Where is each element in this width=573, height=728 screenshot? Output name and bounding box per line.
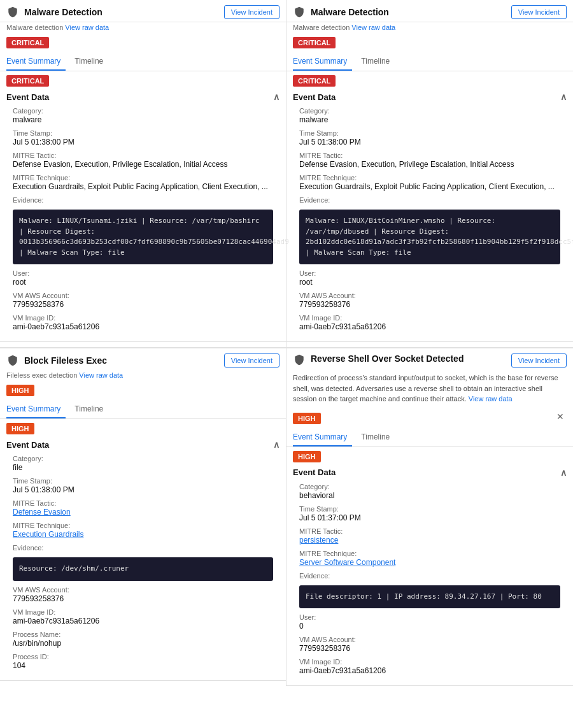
right-panel1-title-row: Malware Detection (293, 6, 389, 18)
left-p2-timestamp: Time Stamp: Jul 5 01:38:00 PM (6, 475, 279, 497)
right-p2-mitre-technique: MITRE Technique: Server Software Compone… (293, 547, 567, 569)
left-panel1-event-data-header: Event Data ∧ (0, 87, 286, 104)
left-panel2-event-data-header: Event Data ∧ (0, 434, 286, 452)
left-panel2-event-data: Category: file Time Stamp: Jul 5 01:38:0… (0, 452, 286, 673)
left-p1-user: User: root (6, 267, 279, 289)
left-panel2-section-badge: HIGH (6, 423, 34, 434)
left-panel1-tabs: Event Summary Timeline (0, 50, 286, 71)
right-p1-mitre-tactic: MITRE Tactic: Defense Evasion, Execution… (293, 149, 567, 171)
right-panel2-description: Redirection of process's standard input/… (286, 370, 573, 407)
left-panel1-severity-badge: CRITICAL (6, 37, 49, 48)
right-p2-vm-image: VM Image ID: ami-0aeb7c931a5a61206 (293, 655, 567, 678)
left-p1-mitre-technique: MITRE Technique: Execution Guardrails, E… (6, 171, 279, 194)
right-p2-category: Category: behavioral (293, 480, 567, 503)
left-p2-evidence-box: Resource: /dev/shm/.cruner (13, 557, 273, 581)
left-panel2-title-row: Block Fileless Exec (6, 354, 107, 367)
left-panel1-event-data-label: Event Data (6, 92, 49, 102)
left-panel2-event-data-label: Event Data (6, 440, 49, 450)
right-p2-user: User: 0 (293, 611, 567, 633)
shield-icon-right1 (293, 6, 306, 18)
left-panel1-title: Malware Detection (24, 7, 103, 17)
left-panel2-severity-badge: HIGH (6, 385, 34, 396)
left-panel2-view-raw[interactable]: View raw data (79, 371, 123, 379)
left-p2-category: Category: file (6, 452, 279, 475)
right-panel1-event-data-header: Event Data ∧ (286, 87, 573, 104)
left-panel1-view-incident-btn[interactable]: View Incident (224, 5, 279, 19)
right-panel2-severity-badge: HIGH (293, 413, 321, 424)
right-panel2-section-badge: HIGH (293, 451, 321, 462)
left-p1-timestamp: Time Stamp: Jul 5 01:38:00 PM (6, 127, 279, 149)
left-fileless-panel: Block Fileless Exec View Incident Filele… (0, 347, 286, 681)
left-panel1-subtitle: Malware detection View raw data (0, 22, 286, 31)
left-p1-vm-image: VM Image ID: ami-0aeb7c931a5a61206 (6, 311, 279, 334)
right-panel1-event-data: Category: malware Time Stamp: Jul 5 01:3… (286, 104, 573, 334)
left-panel2-tab-timeline[interactable]: Timeline (74, 402, 108, 418)
right-p2-vm-aws: VM AWS Account: 779593258376 (293, 633, 567, 655)
right-p1-vm-image: VM Image ID: ami-0aeb7c931a5a61206 (293, 311, 567, 334)
shield-icon-2 (6, 354, 19, 367)
right-panel2-event-data: Category: behavioral Time Stamp: Jul 5 0… (286, 480, 573, 678)
right-panel2-header: Reverse Shell Over Socket Detected View … (286, 347, 573, 370)
right-p1-vm-aws: VM AWS Account: 779593258376 (293, 289, 567, 311)
right-panel1-tab-timeline[interactable]: Timeline (361, 54, 395, 71)
left-malware-panel: Malware Detection View Incident Malware … (0, 0, 286, 342)
right-panel1-view-raw[interactable]: View raw data (351, 24, 395, 31)
left-p2-vm-image: VM Image ID: ami-0aeb7c931a5a61206 (6, 606, 279, 628)
shield-icon-right2 (293, 353, 306, 366)
right-panel2-tabs: Event Summary Timeline (286, 426, 573, 447)
right-panel1-title: Malware Detection (311, 7, 389, 17)
left-p1-evidence-label: Evidence: (6, 194, 279, 207)
right-panel2-title: Reverse Shell Over Socket Detected (311, 353, 463, 364)
left-panel2-title: Block Fileless Exec (24, 355, 107, 366)
left-p2-mitre-technique: MITRE Technique: Execution Guardrails (6, 519, 279, 541)
left-p1-mitre-tactic: MITRE Tactic: Defense Evasion, Execution… (6, 149, 279, 171)
right-panel1-severity-bar: CRITICAL (286, 35, 573, 50)
right-panel2-collapse-icon[interactable]: ∧ (560, 467, 567, 478)
left-p2-vm-aws: VM AWS Account: 779593258376 (6, 583, 279, 606)
right-p1-evidence-box: Malware: LINUX/BitCoinMiner.wmsho | Reso… (299, 210, 560, 264)
right-panel1-view-incident-btn[interactable]: View Incident (511, 5, 567, 19)
left-panel1-section-badge: CRITICAL (6, 75, 49, 87)
right-reverse-shell-panel: Reverse Shell Over Socket Detected View … (286, 347, 573, 686)
left-p1-vm-aws: VM AWS Account: 779593258376 (6, 289, 279, 311)
shield-icon (6, 6, 19, 18)
left-p2-mitre-tactic: MITRE Tactic: Defense Evasion (6, 497, 279, 519)
right-panel2-view-incident-btn[interactable]: View Incident (511, 353, 567, 368)
right-p1-timestamp: Time Stamp: Jul 5 01:38:00 PM (293, 127, 567, 149)
right-panel2-tab-event-summary[interactable]: Event Summary (293, 430, 352, 446)
left-panel1-tab-event-summary[interactable]: Event Summary (6, 54, 66, 71)
left-panel2-collapse-icon[interactable]: ∧ (273, 439, 279, 450)
right-panel2-view-raw[interactable]: View raw data (469, 395, 513, 403)
right-panel2-event-data-header: Event Data ∧ (286, 462, 573, 480)
right-p2-mitre-tactic: MITRE Tactic: persistence (293, 525, 567, 547)
left-panel1-tab-timeline[interactable]: Timeline (74, 54, 108, 71)
right-panel2-tab-timeline[interactable]: Timeline (361, 430, 395, 446)
left-p1-category: Category: malware (6, 104, 279, 127)
left-panel1-title-row: Malware Detection (6, 6, 103, 18)
left-panel2-tab-event-summary[interactable]: Event Summary (6, 402, 66, 418)
right-p2-timestamp: Time Stamp: Jul 5 01:37:00 PM (293, 503, 567, 525)
right-panel1-tabs: Event Summary Timeline (286, 50, 573, 71)
right-panel1-severity-badge: CRITICAL (293, 37, 336, 48)
right-malware-panel: Malware Detection View Incident Malware … (286, 0, 573, 342)
right-panel1-tab-event-summary[interactable]: Event Summary (293, 54, 352, 71)
left-panel2-view-incident-btn[interactable]: View Incident (224, 353, 279, 368)
left-panel2-tabs: Event Summary Timeline (0, 398, 286, 419)
left-p2-evidence-label: Evidence: (6, 541, 279, 555)
left-panel1-collapse-icon[interactable]: ∧ (273, 92, 279, 102)
right-panel1-event-data-label: Event Data (293, 92, 336, 102)
left-panel1-severity-bar: CRITICAL (0, 35, 286, 50)
right-p1-mitre-technique: MITRE Technique: Execution Guardrails, E… (293, 171, 567, 194)
left-panel1-view-raw[interactable]: View raw data (65, 24, 109, 31)
left-p1-evidence-box: Malware: LINUX/Tsunami.jziki | Resource:… (13, 210, 273, 264)
left-panel2-severity-bar: HIGH (0, 383, 286, 398)
right-panel1-section-badge: CRITICAL (293, 75, 336, 87)
right-p1-category: Category: malware (293, 104, 567, 127)
right-p2-evidence-label: Evidence: (293, 569, 567, 583)
left-p2-process-id: Process ID: 104 (6, 650, 279, 673)
right-panel2-close-icon[interactable]: ✕ (554, 411, 567, 422)
right-panel1-collapse-icon[interactable]: ∧ (560, 92, 567, 102)
right-panel2-event-data-label: Event Data (293, 467, 336, 477)
left-p2-process-name: Process Name: /usr/bin/nohup (6, 628, 279, 650)
left-panel2-header: Block Fileless Exec View Incident (0, 347, 286, 370)
